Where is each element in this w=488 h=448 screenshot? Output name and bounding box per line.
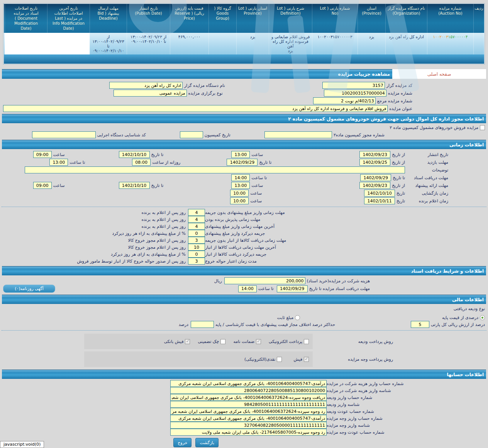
date-label: تاریخ [396,199,405,204]
timing-rows: تاریخ انتشار از تاریخ ساعت تا تاریخ ساعت… [0,149,488,205]
cell-auction-no-link[interactable]: ۱۰۰۲۰۰۳۱۵۷۰۰۰۰۰۴ [427,33,473,54]
to-date-label: تا تاریخ [151,152,164,157]
publish-to-date[interactable] [119,151,150,158]
offer-label: مهلت ارائه پیشنهاد [405,183,448,188]
method-bank-slip: فیش بانکی [164,339,190,344]
fee-field[interactable] [224,277,305,284]
deposit-pay-row: روش پرداخت ودیعه پرداخت الکترونیکی ضمانت… [0,333,488,350]
docs-receive-to-date[interactable] [360,174,391,181]
penalty-label: جریمه دیرکرد دریافت کالاها از انبار [205,252,332,257]
col-header-reserve-price: قیمت پایه (ارزش ریالی) ( Reserve (Price [170,4,208,33]
docs-deadline-time[interactable] [238,285,257,292]
ref-no-field[interactable] [313,97,376,104]
auction-no-field[interactable] [324,90,386,97]
penalty-value-field[interactable] [188,258,205,265]
slip-checkbox[interactable] [304,357,309,362]
visit-to-date[interactable] [227,159,258,166]
max-diff-field[interactable] [191,321,214,328]
offer-to-date[interactable] [119,182,150,189]
account-value-field[interactable] [170,380,327,387]
electronic-payment-checkbox[interactable] [304,339,309,344]
percent-row: درصد از ارزش ریالی کل پارتی حداکثر درصد … [0,321,488,328]
back-button[interactable]: بازگشت [195,438,219,447]
docs-receive-deadline-row: مهلت دریافت اسناد تا تاریخ تا ساعت [0,174,488,182]
notes-field[interactable] [25,166,405,173]
guarantee-letter-checkbox[interactable] [256,339,261,344]
exit-button[interactable]: خروج [173,438,191,447]
radio-percent-of-base[interactable] [480,315,485,320]
col-header-goods-group: گروه کالا ( Goods (Group [208,4,236,33]
tab-home[interactable]: صفحه اصلی [392,69,486,79]
col-header-publish-date: تاریخ انتشار (Publish Date) [127,4,170,33]
auction-type-field[interactable] [114,90,187,97]
commission-date-field[interactable] [180,131,203,138]
vehicles-commission-checkbox[interactable] [480,125,485,130]
account-label: شماره حساب واریز وجه مزایده [327,416,481,421]
penalty-value-field[interactable] [188,237,205,244]
penalty-value-field[interactable] [188,223,205,230]
deposit-type-label: نوع ودیعه دریافتی [454,306,485,311]
fee-row: هزینه شرکت در مزایده(خرید اسناد) ریال [0,277,488,285]
auctioneer-code-field[interactable] [322,82,385,89]
auction-pay-methods-panel: فیش نقدی(الکترونیکی) [84,351,313,367]
penalty-value-field[interactable] [188,251,205,258]
penalty-suffix: % از مبلغ پیشنهادی به ازای هر روز دیرکرد [111,252,186,257]
offer-to-time[interactable] [33,182,52,189]
penalty-label: آخرین مهلت زمانی دریافت کالاها از انبار [205,245,332,250]
publish-from-time[interactable] [231,151,250,158]
account-value-field[interactable] [170,394,327,401]
org-name-field[interactable] [109,82,183,89]
account-value-field[interactable] [170,408,327,415]
percent-field[interactable] [411,321,429,328]
account-label: شناسه واریز وجه مزایده [327,423,481,428]
dotted-separator [2,330,486,331]
cell-lot-no: ۱۰۰۲۰۰۳۱۵۷۰۰۰۰۰۳ [312,33,358,54]
opening-date[interactable] [364,190,395,197]
winner-date[interactable] [364,197,395,204]
visit-from-date[interactable] [359,159,390,166]
penalty-suffix: روز پس از اعلام مجوز خروج کالا [128,245,186,250]
publish-from-date[interactable] [359,151,390,158]
newspaper-ad-button[interactable]: آگهی روزنامه(۰) [3,285,55,293]
docs-receive-to-time[interactable] [231,174,250,181]
account-value-field[interactable] [170,401,327,408]
penalty-value-field[interactable] [188,244,205,251]
permit-no-field[interactable] [264,131,332,138]
penalty-row: آخرین مهلت زمانی واریز مبلغ پیشنهادی روز… [0,223,488,230]
publish-to-time[interactable] [33,151,52,158]
opening-time[interactable] [230,190,249,197]
docs-deadline-hour-label: تا ساعت [258,286,274,291]
account-value-field[interactable] [170,422,327,429]
offer-from-time[interactable] [231,182,250,189]
section-accounts: اطلاعات حسابها [2,370,486,379]
cash-electronic-checkbox[interactable] [277,357,282,362]
offer-from-date[interactable] [359,182,390,189]
auction-results-table: ردیف شماره مزایده (Auction No) نام دستگا… [3,3,485,64]
account-value-field[interactable] [170,429,327,436]
docs-deadline-date[interactable] [277,285,308,292]
auction-title-field[interactable] [3,105,388,112]
account-value-field[interactable] [170,415,327,422]
visit-daily-from-time[interactable] [132,159,151,166]
winner-time[interactable] [230,197,249,204]
org-name-label: نام دستگاه مزایده گزار [184,83,225,88]
permit-checkbox-row: مزایده فروش خودروهای مشمول کمیسیون ماده … [0,124,488,131]
agency-id-field[interactable] [32,131,96,138]
details-row-1: کد مزایده گزار نام دستگاه مزایده گزار [0,81,488,89]
visit-daily-to-time[interactable] [49,159,68,166]
penalty-value-field[interactable] [188,209,205,216]
radio-fixed-amount[interactable] [295,315,300,320]
browser-status-bar: javascript:void(0) [0,441,44,448]
section-financial: اطلاعات مالی [2,295,486,304]
dotted-separator [2,207,486,207]
penalty-value-field[interactable] [188,230,205,237]
cell-lot-province: یزد [236,33,269,54]
penalty-label: آخرین مهلت زمانی واریز مبلغ پیشنهادی [205,224,332,229]
docs-deadline-label: مهلت دریافت اسناد مزایده تا تاریخ [309,286,370,291]
method-label: ضمانت نامه [233,339,254,344]
penalty-value-field[interactable] [188,216,205,223]
penalty-suffix: روز پس از اعلام مجوز خروج کالا [128,238,186,243]
bank-slip-checkbox[interactable] [185,339,190,344]
certified-check-checkbox[interactable] [220,339,225,344]
account-value-field[interactable] [170,387,327,394]
